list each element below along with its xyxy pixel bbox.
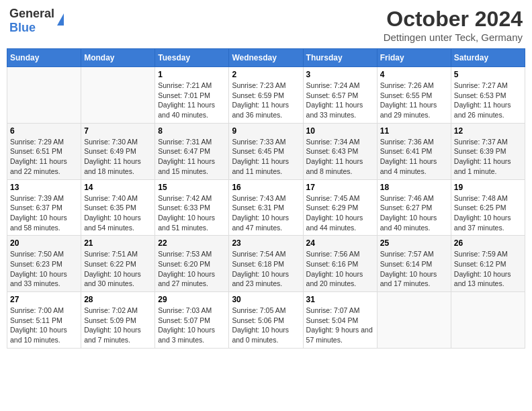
week-row-2: 6Sunrise: 7:29 AMSunset: 6:51 PMDaylight… <box>7 123 525 179</box>
day-number: 6 <box>10 126 78 136</box>
day-info: Sunrise: 7:43 AMSunset: 6:31 PMDaylight:… <box>232 193 300 233</box>
day-info: Sunrise: 7:42 AMSunset: 6:33 PMDaylight:… <box>158 193 226 233</box>
day-info: Sunrise: 7:02 AMSunset: 5:09 PMDaylight:… <box>84 306 152 345</box>
day-cell: 10Sunrise: 7:34 AMSunset: 6:43 PMDayligh… <box>303 123 377 179</box>
day-info: Sunrise: 7:05 AMSunset: 5:06 PMDaylight:… <box>232 306 300 345</box>
weekday-header-thursday: Thursday <box>303 49 377 67</box>
day-number: 8 <box>158 126 226 136</box>
day-info: Sunrise: 7:48 AMSunset: 6:25 PMDaylight:… <box>454 193 522 233</box>
day-info: Sunrise: 7:21 AMSunset: 7:01 PMDaylight:… <box>158 81 226 120</box>
day-info: Sunrise: 7:37 AMSunset: 6:39 PMDaylight:… <box>454 137 522 177</box>
day-cell: 2Sunrise: 7:23 AMSunset: 6:59 PMDaylight… <box>229 67 303 124</box>
day-info: Sunrise: 7:54 AMSunset: 6:18 PMDaylight:… <box>232 249 300 289</box>
day-info: Sunrise: 7:07 AMSunset: 5:04 PMDaylight:… <box>306 306 374 345</box>
day-info: Sunrise: 7:53 AMSunset: 6:20 PMDaylight:… <box>158 249 226 289</box>
day-cell: 23Sunrise: 7:54 AMSunset: 6:18 PMDayligh… <box>229 236 303 292</box>
day-info: Sunrise: 7:30 AMSunset: 6:49 PMDaylight:… <box>84 137 152 177</box>
day-number: 30 <box>232 295 300 304</box>
day-number: 20 <box>10 238 78 248</box>
logo-blue: Blue <box>9 21 36 34</box>
day-number: 10 <box>306 126 374 136</box>
day-info: Sunrise: 7:00 AMSunset: 5:11 PMDaylight:… <box>10 306 78 345</box>
day-number: 13 <box>10 183 78 192</box>
day-number: 5 <box>454 70 522 79</box>
day-info: Sunrise: 7:27 AMSunset: 6:53 PMDaylight:… <box>454 81 522 120</box>
day-cell: 6Sunrise: 7:29 AMSunset: 6:51 PMDaylight… <box>7 123 81 179</box>
day-cell: 18Sunrise: 7:46 AMSunset: 6:27 PMDayligh… <box>377 179 451 236</box>
weekday-header-row: SundayMondayTuesdayWednesdayThursdayFrid… <box>7 49 525 67</box>
weekday-header-saturday: Saturday <box>451 49 525 67</box>
day-number: 24 <box>306 238 374 248</box>
day-number: 29 <box>158 295 226 304</box>
week-row-1: 1Sunrise: 7:21 AMSunset: 7:01 PMDaylight… <box>7 67 525 124</box>
day-info: Sunrise: 7:33 AMSunset: 6:45 PMDaylight:… <box>232 137 300 177</box>
week-row-4: 20Sunrise: 7:50 AMSunset: 6:23 PMDayligh… <box>7 236 525 292</box>
day-info: Sunrise: 7:36 AMSunset: 6:41 PMDaylight:… <box>380 137 448 177</box>
location: Dettingen unter Teck, Germany <box>384 32 523 43</box>
day-cell: 20Sunrise: 7:50 AMSunset: 6:23 PMDayligh… <box>7 236 81 292</box>
day-cell: 3Sunrise: 7:24 AMSunset: 6:57 PMDaylight… <box>303 67 377 124</box>
month-title: October 2024 <box>384 7 523 32</box>
day-number: 9 <box>232 126 300 136</box>
day-info: Sunrise: 7:45 AMSunset: 6:29 PMDaylight:… <box>306 193 374 233</box>
day-cell: 19Sunrise: 7:48 AMSunset: 6:25 PMDayligh… <box>451 179 525 236</box>
day-cell <box>377 292 451 349</box>
day-cell: 31Sunrise: 7:07 AMSunset: 5:04 PMDayligh… <box>303 292 377 349</box>
day-info: Sunrise: 7:39 AMSunset: 6:37 PMDaylight:… <box>10 193 78 233</box>
day-number: 2 <box>232 70 300 79</box>
day-cell: 28Sunrise: 7:02 AMSunset: 5:09 PMDayligh… <box>81 292 155 349</box>
logo-arrow-icon <box>57 13 64 26</box>
day-number: 19 <box>454 183 522 192</box>
logo-general: General <box>9 7 54 20</box>
day-number: 18 <box>380 183 448 192</box>
day-info: Sunrise: 7:29 AMSunset: 6:51 PMDaylight:… <box>10 137 78 177</box>
day-info: Sunrise: 7:51 AMSunset: 6:22 PMDaylight:… <box>84 249 152 289</box>
day-info: Sunrise: 7:03 AMSunset: 5:07 PMDaylight:… <box>158 306 226 345</box>
day-cell: 11Sunrise: 7:36 AMSunset: 6:41 PMDayligh… <box>377 123 451 179</box>
day-number: 25 <box>380 238 448 248</box>
day-number: 15 <box>158 183 226 192</box>
day-info: Sunrise: 7:31 AMSunset: 6:47 PMDaylight:… <box>158 137 226 177</box>
day-number: 23 <box>232 238 300 248</box>
day-cell: 27Sunrise: 7:00 AMSunset: 5:11 PMDayligh… <box>7 292 81 349</box>
weekday-header-wednesday: Wednesday <box>229 49 303 67</box>
weekday-header-sunday: Sunday <box>7 49 81 67</box>
day-info: Sunrise: 7:26 AMSunset: 6:55 PMDaylight:… <box>380 81 448 120</box>
day-number: 16 <box>232 183 300 192</box>
logo-text: General Blue <box>9 7 54 35</box>
day-info: Sunrise: 7:50 AMSunset: 6:23 PMDaylight:… <box>10 249 78 289</box>
day-number: 3 <box>306 70 374 79</box>
day-info: Sunrise: 7:24 AMSunset: 6:57 PMDaylight:… <box>306 81 374 120</box>
day-info: Sunrise: 7:23 AMSunset: 6:59 PMDaylight:… <box>232 81 300 120</box>
day-cell: 17Sunrise: 7:45 AMSunset: 6:29 PMDayligh… <box>303 179 377 236</box>
day-info: Sunrise: 7:40 AMSunset: 6:35 PMDaylight:… <box>84 193 152 233</box>
day-cell: 5Sunrise: 7:27 AMSunset: 6:53 PMDaylight… <box>451 67 525 124</box>
week-row-3: 13Sunrise: 7:39 AMSunset: 6:37 PMDayligh… <box>7 179 525 236</box>
page-header: General Blue October 2024 Dettingen unte… <box>7 7 525 43</box>
day-number: 28 <box>84 295 152 304</box>
day-cell: 29Sunrise: 7:03 AMSunset: 5:07 PMDayligh… <box>155 292 229 349</box>
day-number: 26 <box>454 238 522 248</box>
day-number: 1 <box>158 70 226 79</box>
title-area: October 2024 Dettingen unter Teck, Germa… <box>384 7 523 43</box>
day-cell: 14Sunrise: 7:40 AMSunset: 6:35 PMDayligh… <box>81 179 155 236</box>
day-number: 11 <box>380 126 448 136</box>
day-cell: 9Sunrise: 7:33 AMSunset: 6:45 PMDaylight… <box>229 123 303 179</box>
day-number: 17 <box>306 183 374 192</box>
day-number: 22 <box>158 238 226 248</box>
day-number: 27 <box>10 295 78 304</box>
day-cell: 4Sunrise: 7:26 AMSunset: 6:55 PMDaylight… <box>377 67 451 124</box>
weekday-header-monday: Monday <box>81 49 155 67</box>
day-cell <box>81 67 155 124</box>
day-cell: 1Sunrise: 7:21 AMSunset: 7:01 PMDaylight… <box>155 67 229 124</box>
day-info: Sunrise: 7:56 AMSunset: 6:16 PMDaylight:… <box>306 249 374 289</box>
day-cell: 26Sunrise: 7:59 AMSunset: 6:12 PMDayligh… <box>451 236 525 292</box>
day-cell: 13Sunrise: 7:39 AMSunset: 6:37 PMDayligh… <box>7 179 81 236</box>
logo: General Blue <box>9 7 64 35</box>
day-cell: 12Sunrise: 7:37 AMSunset: 6:39 PMDayligh… <box>451 123 525 179</box>
day-number: 31 <box>306 295 374 304</box>
day-cell: 7Sunrise: 7:30 AMSunset: 6:49 PMDaylight… <box>81 123 155 179</box>
day-cell: 22Sunrise: 7:53 AMSunset: 6:20 PMDayligh… <box>155 236 229 292</box>
calendar-table: SundayMondayTuesdayWednesdayThursdayFrid… <box>7 48 525 349</box>
day-info: Sunrise: 7:46 AMSunset: 6:27 PMDaylight:… <box>380 193 448 233</box>
